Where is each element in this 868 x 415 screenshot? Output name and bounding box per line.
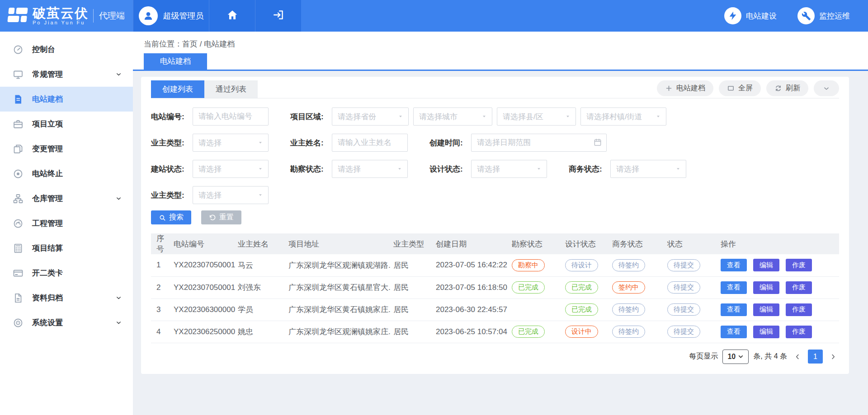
view-button[interactable]: 查看 [721, 281, 747, 294]
sidebar-item-general-management[interactable]: 常规管理 [0, 62, 133, 87]
business-status-placeholder: 请选择 [616, 164, 639, 174]
owner-type-label: 业主类型: [151, 138, 188, 148]
search-label: 搜索 [169, 213, 184, 222]
station-no-label: 电站编号: [151, 112, 188, 122]
view-button[interactable]: 查看 [721, 326, 747, 338]
edit-button[interactable]: 编辑 [753, 281, 779, 294]
edit-button[interactable]: 编辑 [753, 259, 779, 271]
view-button[interactable]: 查看 [721, 259, 747, 271]
gauge-icon [13, 218, 24, 229]
table-header-row: 序号 电站编号 业主姓名 项目地址 业主类型 创建日期 勘察状态 设计状态 商务… [151, 233, 839, 254]
station-no-input[interactable] [193, 107, 269, 126]
edit-button[interactable]: 编辑 [753, 326, 779, 338]
owner-name-label: 业主姓名: [290, 138, 327, 148]
sidebar-item-station-termination[interactable]: 电站终止 [0, 161, 133, 186]
collapse-button[interactable] [814, 80, 839, 96]
status-badge: 设计中 [565, 326, 598, 338]
survey-status-placeholder: 请选择 [338, 164, 361, 174]
county-select[interactable]: 请选择县/区 [497, 107, 576, 126]
col-business: 商务状态 [609, 233, 665, 254]
view-button[interactable]: 查看 [721, 303, 747, 316]
page-tab-station-archive[interactable]: 电站建档 [144, 53, 207, 70]
filter-row-1: 电站编号: 项目区域: 请选择省份 请选择城市 请选择县/区 [151, 107, 839, 126]
home-icon [226, 9, 238, 23]
prev-page-button[interactable] [792, 351, 803, 363]
sidebar-item-console[interactable]: 控制台 [0, 37, 133, 62]
sitemap-icon [13, 193, 24, 204]
per-page-select[interactable]: 10 [722, 350, 749, 364]
search-button[interactable]: 搜索 [151, 210, 191, 224]
select-caret-icon [481, 113, 487, 120]
tab-passed-list[interactable]: 通过列表 [204, 80, 258, 98]
owner-cell: 刘强东 [235, 276, 286, 298]
actions-cell: 查看编辑作废 [718, 298, 839, 321]
edit-button[interactable]: 编辑 [753, 303, 779, 316]
create-station-label: 电站建档 [676, 84, 705, 93]
date-range-input[interactable] [471, 134, 607, 152]
sidebar-item-station-archive[interactable]: 电站建档 [0, 87, 133, 112]
owner-type2-select[interactable]: 请选择 [193, 186, 269, 204]
breadcrumb-path: 首页 / 电站建档 [182, 40, 235, 48]
per-page-label: 每页显示 [689, 352, 718, 361]
sidebar-item-change-management[interactable]: 变更管理 [0, 136, 133, 161]
sidebar-item-system-settings[interactable]: 系统设置 [0, 310, 133, 335]
next-page-button[interactable] [827, 351, 839, 363]
logout-button[interactable] [255, 0, 301, 32]
nav-station-construction[interactable]: 电站建设 [724, 7, 777, 24]
owner-type-select[interactable]: 请选择 [193, 134, 269, 152]
sidebar-item-project-settlement[interactable]: 项目结算 [0, 236, 133, 261]
status-badge: 待设计 [565, 259, 598, 271]
create-station-button[interactable]: 电站建档 [657, 80, 713, 96]
business-status-select[interactable]: 请选择 [610, 160, 686, 178]
void-button[interactable]: 作废 [786, 303, 812, 316]
owner-type-cell: 居民 [391, 298, 433, 321]
archive-icon [13, 293, 24, 303]
business-cell: 签约中 [609, 276, 665, 298]
address-cell: 广东深圳龙华区观澜镇姚家庄... [286, 321, 391, 343]
fullscreen-button[interactable]: 全屏 [719, 80, 761, 96]
home-button[interactable] [209, 0, 255, 32]
station-no-cell: YX2023062500004 [171, 321, 235, 343]
build-status-select[interactable]: 请选择 [193, 160, 269, 178]
design-status-select[interactable]: 请选择 [471, 160, 547, 178]
logo-text: 破茧云伏 Po Jian Yun Fu [33, 6, 89, 25]
reset-button[interactable]: 重置 [201, 210, 241, 224]
filter-row-3: 建站状态: 请选择 勘察状态: 请选择 设计状态: 请 [151, 160, 839, 178]
sidebar-item-warehouse-management[interactable]: 仓库管理 [0, 186, 133, 211]
sidebar-item-label: 工程管理 [32, 218, 63, 228]
province-select[interactable]: 请选择省份 [332, 107, 409, 126]
town-select[interactable]: 请选择村镇/街道 [580, 107, 666, 126]
plus-icon [665, 84, 673, 92]
business-status-label: 商务状态: [569, 164, 606, 174]
survey-status-select[interactable]: 请选择 [332, 160, 408, 178]
status-badge: 已完成 [512, 326, 545, 338]
owner-name-input[interactable] [332, 134, 408, 152]
circle-dot-icon [13, 168, 24, 179]
created-cell: 2023-06-25 10:57:04 [433, 321, 509, 343]
void-button[interactable]: 作废 [786, 326, 812, 338]
status-badge: 勘察中 [512, 259, 545, 271]
status-badge: 待提交 [667, 303, 700, 316]
page-1-button[interactable]: 1 [808, 350, 823, 364]
table-row: 3 YX2023063000009 学员 广东深圳龙华区黄石镇姚家庄... 居民… [151, 298, 839, 321]
sidebar-item-second-class-card[interactable]: 开二类卡 [0, 261, 133, 285]
document-icon [13, 94, 24, 105]
sidebar-item-label: 仓库管理 [32, 193, 63, 204]
void-button[interactable]: 作废 [786, 281, 812, 294]
select-caret-icon [257, 166, 264, 172]
sidebar-item-engineering-management[interactable]: 工程管理 [0, 211, 133, 236]
refresh-button[interactable]: 刷新 [766, 80, 808, 96]
filter-actions: 搜索 重置 [151, 210, 839, 224]
nav-monitoring-ops[interactable]: 监控运维 [797, 7, 850, 24]
reset-label: 重置 [219, 213, 234, 222]
breadcrumb-bar: 当前位置：首页 / 电站建档 电站建档 [133, 32, 868, 71]
city-select[interactable]: 请选择城市 [413, 107, 492, 126]
fullscreen-icon [727, 84, 735, 92]
void-button[interactable]: 作废 [786, 259, 812, 271]
sidebar-item-data-archive[interactable]: 资料归档 [0, 285, 133, 310]
user-menu[interactable]: 超级管理员 [133, 0, 209, 32]
sidebar-item-project-initiation[interactable]: 项目立项 [0, 112, 133, 136]
card-icon [13, 268, 24, 279]
tab-create-list[interactable]: 创建列表 [151, 80, 204, 98]
design-cell: 待设计 [562, 254, 609, 276]
